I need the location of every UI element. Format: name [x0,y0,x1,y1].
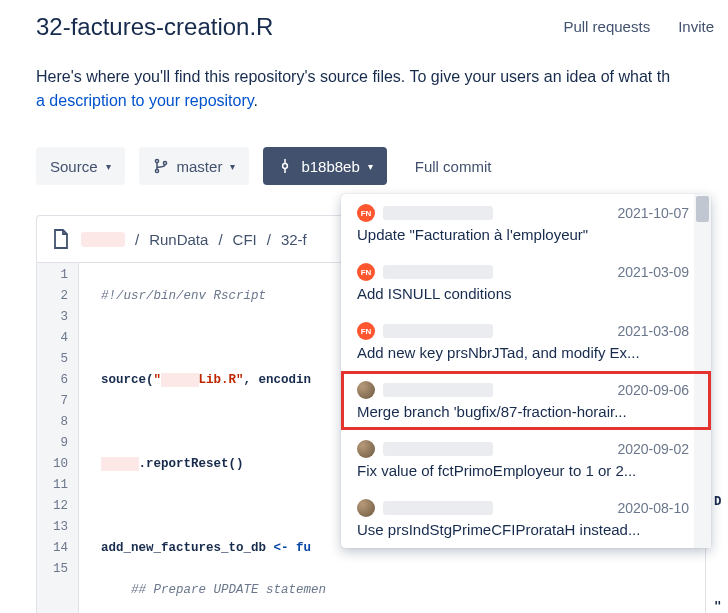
commit-message: Use prsIndStgPrimeCFIProrataH instead... [357,517,689,538]
commit-date: 2020-08-10 [617,500,689,516]
breadcrumb-root[interactable] [81,232,125,247]
line-num: 1 [53,265,68,286]
commit-date: 2021-03-08 [617,323,689,339]
code-text: .reportReset() [139,457,244,471]
breadcrumb-sep: / [267,231,271,248]
avatar [357,381,375,399]
source-label: Source [50,158,98,175]
commit-author [383,383,493,397]
avatar: FN [357,204,375,222]
svg-point-3 [283,164,288,169]
source-dropdown[interactable]: Source ▾ [36,147,125,185]
branch-name: master [177,158,223,175]
commit-dropdown[interactable]: b18b8eb ▾ [263,147,386,185]
line-num: 8 [53,412,68,433]
code-text: add_new_factures_to_db [101,541,274,555]
line-num: 3 [53,307,68,328]
commit-item[interactable]: 2020-08-10Use prsIndStgPrimeCFIProrataH … [341,489,711,548]
full-commit-button[interactable]: Full commit [401,147,506,185]
commit-message: Update "Facturation à l'employeur" [357,222,689,243]
file-icon [51,228,71,250]
code-comment: ## Prepare UPDATE statemen [101,583,326,597]
commit-date: 2021-03-09 [617,264,689,280]
desc-period: . [254,92,258,109]
breadcrumb-cfi[interactable]: CFI [233,231,257,248]
desc-text: Here's where you'll find this repository… [36,68,670,85]
commit-author [383,324,493,338]
avatar [357,440,375,458]
repo-description: Here's where you'll find this repository… [0,43,728,113]
commit-icon [277,158,293,174]
chevron-down-icon: ▾ [106,161,111,172]
breadcrumb-sep: / [135,231,139,248]
code-text: fu [289,541,312,555]
commit-message: Fix value of fctPrimoEmployeur to 1 or 2… [357,458,689,479]
code-comment: #!/usr/bin/env Rscript [101,289,266,303]
line-num: 2 [53,286,68,307]
commit-author [383,206,493,220]
line-num: 11 [53,475,68,496]
branch-dropdown[interactable]: master ▾ [139,147,250,185]
avatar: FN [357,322,375,340]
breadcrumb-sep: / [218,231,222,248]
commit-message: Add ISNULL conditions [357,281,689,302]
commit-item[interactable]: FN2021-10-07Update "Facturation à l'empl… [341,194,711,253]
commit-dropdown-menu: FN2021-10-07Update "Facturation à l'empl… [341,194,711,548]
line-num: 4 [53,328,68,349]
commit-hash: b18b8eb [301,158,359,175]
page-title: 32-factures-creation.R [36,13,273,41]
commit-item[interactable]: 2020-09-06Merge branch 'bugfix/87-fracti… [341,371,711,430]
commit-author [383,442,493,456]
commit-date: 2020-09-02 [617,441,689,457]
chevron-down-icon: ▾ [230,161,235,172]
line-num: 15 [53,559,68,580]
commit-message: Merge branch 'bugfix/87-fraction-horair.… [357,399,689,420]
breadcrumb-rundata[interactable]: RunData [149,231,208,248]
avatar: FN [357,263,375,281]
invite-button[interactable]: Invite [664,10,728,43]
code-text: <- [274,541,289,555]
breadcrumb-current: 32-f [281,231,307,248]
avatar [357,499,375,517]
chevron-down-icon: ▾ [368,161,373,172]
line-num: 12 [53,496,68,517]
svg-point-2 [163,161,166,164]
line-num: 13 [53,517,68,538]
code-text: source( [101,373,154,387]
code-overflow: D " [714,280,722,613]
commit-item[interactable]: FN2021-03-08Add new key prsNbrJTad, and … [341,312,711,371]
commit-item[interactable]: 2020-09-02Fix value of fctPrimoEmployeur… [341,430,711,489]
commit-date: 2021-10-07 [617,205,689,221]
commit-date: 2020-09-06 [617,382,689,398]
commit-item[interactable]: FN2021-03-09Add ISNULL conditions [341,253,711,312]
line-gutter: 1 2 3 4 5 6 7 8 9 10 11 12 13 14 15 [37,263,79,613]
branch-icon [153,158,169,174]
line-num: 14 [53,538,68,559]
line-num: 6 [53,370,68,391]
code-text: , encodin [244,373,312,387]
add-description-link[interactable]: a description to your repository [36,92,254,109]
svg-point-0 [155,159,158,162]
commit-author [383,265,493,279]
pull-requests-button[interactable]: Pull requests [549,10,664,43]
svg-point-1 [155,169,158,172]
source-toolbar: Source ▾ master ▾ b18b8eb ▾ Full commit [0,113,728,185]
line-num: 10 [53,454,68,475]
commit-author [383,501,493,515]
code-text: Lib.R [199,373,237,387]
line-num: 9 [53,433,68,454]
line-num: 5 [53,349,68,370]
line-num: 7 [53,391,68,412]
commit-message: Add new key prsNbrJTad, and modify Ex... [357,340,689,361]
header-actions: Pull requests Invite [549,10,728,43]
